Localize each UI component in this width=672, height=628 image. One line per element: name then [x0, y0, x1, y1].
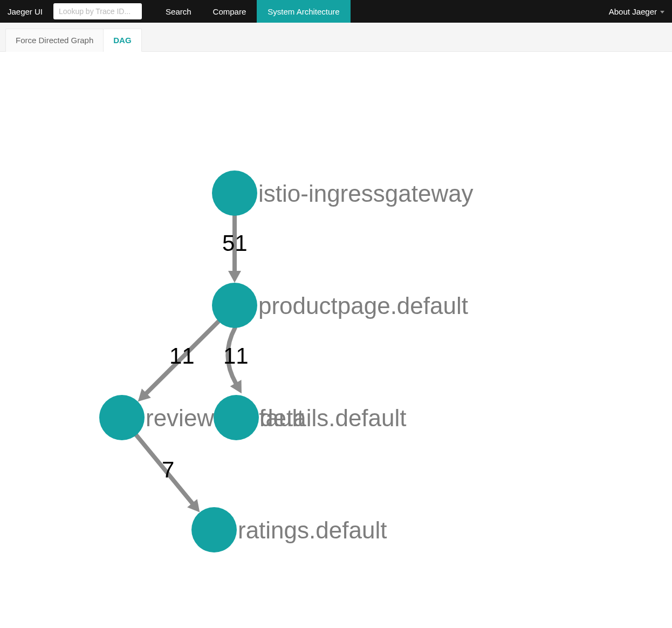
dag-edge-weight: 11	[223, 343, 249, 368]
tab-dag[interactable]: DAG	[104, 29, 141, 52]
tabs-bar: Force Directed Graph DAG	[0, 23, 672, 52]
dag-canvas[interactable]: 5111117istio-ingressgatewayproductpage.d…	[0, 52, 672, 624]
about-jaeger-dropdown[interactable]: About Jaeger	[609, 7, 664, 16]
tab-force-directed-graph[interactable]: Force Directed Graph	[5, 29, 104, 52]
dag-node-label: ratings.default	[238, 517, 387, 543]
dag-node-label: productpage.default	[258, 292, 468, 319]
dag-node[interactable]	[191, 507, 237, 552]
top-nav: Jaeger UI Search Compare System Architec…	[0, 0, 672, 23]
chevron-down-icon	[660, 11, 664, 13]
dag-edge-weight: 7	[162, 457, 174, 482]
about-jaeger-label: About Jaeger	[609, 7, 657, 16]
dag-node[interactable]	[212, 283, 257, 328]
trace-id-input[interactable]	[53, 3, 142, 19]
nav-compare[interactable]: Compare	[202, 0, 257, 23]
dag-node-label: details.default	[260, 405, 407, 431]
dag-svg[interactable]: 5111117istio-ingressgatewayproductpage.d…	[0, 52, 672, 624]
nav-links: Search Compare System Architecture	[155, 0, 351, 23]
dag-node[interactable]	[212, 170, 257, 216]
dag-edge-arrow	[228, 271, 241, 283]
dag-node-label: istio-ingressgateway	[258, 180, 474, 207]
dag-edge-weight: 11	[169, 343, 195, 368]
nav-search[interactable]: Search	[155, 0, 202, 23]
dag-node[interactable]	[99, 395, 145, 440]
dag-node[interactable]	[214, 395, 259, 440]
dag-edge-weight: 51	[222, 230, 248, 256]
nav-system-architecture[interactable]: System Architecture	[257, 0, 350, 23]
brand-title[interactable]: Jaeger UI	[8, 7, 43, 16]
